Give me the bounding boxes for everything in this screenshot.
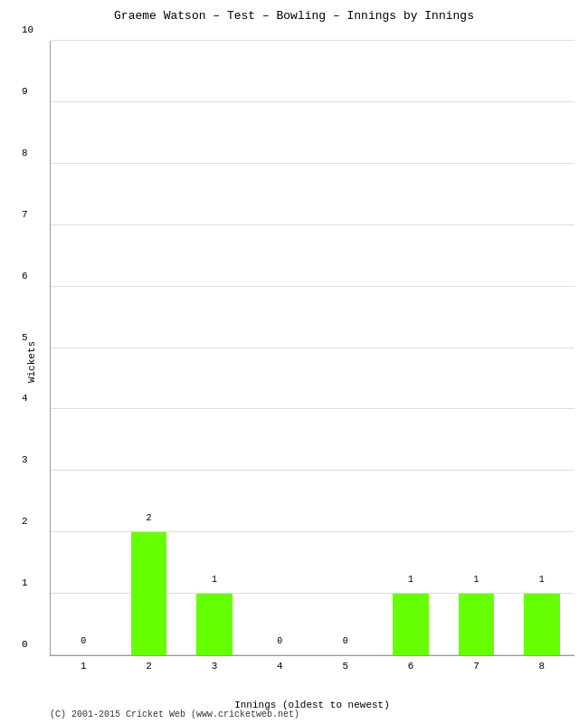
bar-innings-8 (524, 594, 560, 655)
bar-label-4: 0 (277, 636, 282, 646)
grid-line-6 (51, 286, 574, 287)
y-tick-8: 8 (22, 148, 28, 158)
y-tick-2: 2 (22, 516, 28, 527)
y-tick-10: 10 (22, 24, 33, 35)
y-tick-7: 7 (22, 209, 28, 220)
x-tick-5: 5 (342, 661, 348, 672)
x-tick-2: 2 (146, 661, 152, 672)
y-tick-5: 5 (22, 332, 28, 343)
x-tick-3: 3 (212, 661, 218, 672)
x-tick-8: 8 (539, 661, 545, 672)
grid-line-1 (51, 593, 574, 594)
y-tick-0: 0 (22, 639, 28, 650)
grid-line-2 (51, 531, 574, 532)
grid-line-5 (51, 348, 574, 348)
grid-line-7 (51, 224, 574, 225)
x-tick-4: 4 (277, 661, 283, 672)
x-tick-7: 7 (473, 661, 479, 672)
chart-area: 0123456789100122130405161718 (50, 41, 574, 656)
y-axis-label: Wickets (26, 341, 37, 383)
chart-title: Graeme Watson – Test – Bowling – Innings… (0, 9, 588, 23)
x-tick-1: 1 (81, 661, 87, 672)
bar-label-5: 0 (343, 636, 348, 646)
bar-label-1: 0 (81, 636, 86, 646)
copyright-text: (C) 2001-2015 Cricket Web (www.cricketwe… (50, 710, 299, 719)
bar-label-8: 1 (539, 575, 545, 585)
grid-line-0 (51, 654, 574, 655)
grid-line-9 (51, 101, 574, 102)
chart-container: Graeme Watson – Test – Bowling – Innings… (0, 0, 588, 724)
bar-innings-6 (393, 594, 429, 655)
y-tick-4: 4 (22, 393, 28, 404)
x-tick-6: 6 (408, 661, 414, 672)
y-tick-1: 1 (22, 577, 28, 588)
bar-label-2: 2 (147, 513, 152, 523)
grid-line-4 (51, 408, 574, 409)
y-tick-6: 6 (22, 271, 28, 281)
y-tick-9: 9 (22, 86, 28, 97)
grid-line-10 (51, 40, 574, 41)
bar-innings-2 (131, 532, 167, 655)
grid-line-3 (51, 470, 574, 471)
grid-line-8 (51, 163, 574, 164)
y-tick-3: 3 (22, 454, 28, 465)
bar-innings-3 (196, 594, 232, 655)
bar-label-3: 1 (212, 575, 217, 585)
bar-label-7: 1 (473, 575, 479, 585)
bar-label-6: 1 (408, 575, 413, 585)
bar-innings-7 (459, 594, 495, 655)
